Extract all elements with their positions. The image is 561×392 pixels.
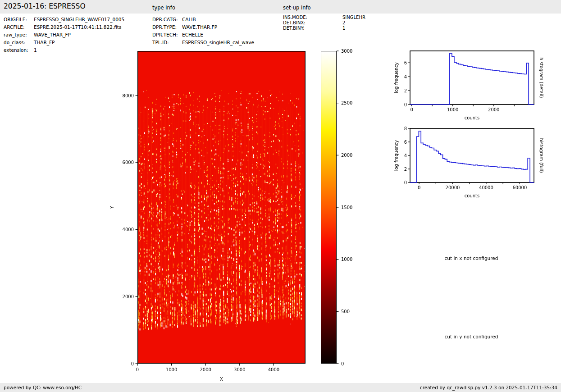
colorbar-tick-label: 3000 (341, 49, 352, 54)
meta-row: DPR.TECH: ECHELLE (152, 31, 254, 39)
meta-row: DET.BINX: 2 (283, 20, 365, 26)
meta-row: ORIGFILE: ESPRESSO_SINGLEHR_WAVE017_0005 (4, 16, 124, 23)
x-tick-label: 2000 (488, 107, 499, 112)
x-tick-label: 20000 (446, 185, 460, 190)
qc-report-page: 2025-01-16: ESPRESSO type info set-up in… (0, 0, 561, 392)
meta-label: ARCFILE: (4, 23, 34, 31)
colorbar-tick-label: 1000 (341, 257, 352, 262)
x-tick-label: 4000 (268, 367, 279, 372)
type-info-heading: type info (152, 5, 175, 11)
meta-row: DET.BINY: 1 (283, 26, 365, 31)
meta-label: DPR.TECH: (152, 31, 182, 39)
meta-label: DET.BINY: (283, 26, 342, 31)
x-tick-label: 0 (136, 367, 139, 372)
x-tick-label: 3000 (234, 367, 245, 372)
x-axis-label: counts (465, 115, 479, 120)
y-tick-label: 6000 (123, 160, 134, 165)
cut-y-message: cut in y not configured (413, 334, 530, 339)
y-axis-label: log frequency (394, 140, 399, 171)
meta-label: DPR.CATG: (152, 16, 182, 23)
histogram-line (410, 131, 534, 182)
file-info-block: ORIGFILE: ESPRESSO_SINGLEHR_WAVE017_0005… (4, 16, 124, 54)
y-tick-label: 0 (404, 102, 407, 107)
x-tick-label: 40000 (479, 185, 493, 190)
colorbar-tick-label: 2000 (341, 153, 352, 158)
y-tick-label: 0 (404, 180, 407, 185)
meta-value: 1 (342, 26, 345, 31)
x-axis-label: counts (465, 193, 479, 198)
meta-value: ESPRESSO_SINGLEHR_WAVE017_0005 (34, 16, 124, 23)
x-tick-label: 1000 (447, 107, 458, 112)
histogram-frame (410, 128, 534, 182)
colorbar-tick-label: 1500 (341, 205, 352, 210)
y-tick-label: 4000 (123, 227, 134, 232)
meta-row: TPL.ID: ESPRESSO_singleHR_cal_wave (152, 39, 254, 46)
meta-label: ORIGFILE: (4, 16, 34, 23)
meta-label: DET.BINX: (283, 20, 342, 26)
meta-value: ESPRESSO_singleHR_cal_wave (182, 39, 254, 46)
meta-value: 2 (342, 20, 345, 26)
y-tick-label: 4 (404, 74, 407, 79)
raw-image-heatmap (137, 51, 306, 364)
meta-value: SINGLEHR (342, 15, 365, 20)
y-tick-label: 2 (404, 88, 407, 93)
histogram-frame (410, 51, 534, 105)
colorbar-tick-label: 500 (341, 309, 350, 314)
y-tick-label: 4 (404, 153, 407, 158)
type-info-block: DPR.CATG: CALIB DPR.TYPE: WAVE,THAR,FP D… (152, 16, 254, 46)
histogram-line (410, 53, 534, 105)
x-tick-label: 60000 (512, 185, 527, 190)
meta-label: DPR.TYPE: (152, 23, 182, 31)
meta-row: do_class: THAR_FP (4, 39, 124, 46)
setup-info-heading: set-up info (283, 5, 311, 11)
meta-value: 1 (34, 46, 37, 54)
y-tick-label: 6 (404, 140, 407, 145)
colorbar-tick-label: 2500 (341, 100, 352, 105)
meta-row: extension: 1 (4, 46, 124, 54)
colorbar-tick-label: 0 (341, 361, 344, 366)
meta-label: raw_type: (4, 31, 34, 39)
x-tick-label: 2000 (200, 367, 211, 372)
histogram-side-label: histogram (detail) (539, 58, 544, 98)
meta-row: DPR.TYPE: WAVE,THAR,FP (152, 23, 254, 31)
meta-value: ESPRE.2025-01-17T10:41:11.822.fits (34, 23, 121, 31)
y-tick-label: 8000 (123, 93, 134, 98)
meta-value: THAR_FP (34, 39, 55, 46)
setup-info-block: INS.MODE: SINGLEHR DET.BINX: 2 DET.BINY:… (283, 15, 365, 31)
meta-value: WAVE_THAR_FP (34, 31, 71, 39)
meta-row: DPR.CATG: CALIB (152, 16, 254, 23)
meta-label: TPL.ID: (152, 39, 182, 46)
meta-value: WAVE,THAR,FP (182, 23, 217, 31)
colorbar-gradient (321, 51, 337, 364)
meta-value: CALIB (182, 16, 196, 23)
footer-bar: powered by QC: www.eso.org/HC created by… (0, 383, 561, 392)
meta-value: ECHELLE (182, 31, 203, 39)
meta-row: ARCFILE: ESPRE.2025-01-17T10:41:11.822.f… (4, 23, 124, 31)
y-tick-label: 6 (404, 60, 407, 65)
meta-label: extension: (4, 46, 34, 54)
footer-created-by: created by qc_rawdisp.py v1.2.3 on 2025-… (420, 383, 557, 392)
y-tick-label: 0 (131, 361, 134, 366)
y-tick-label: 2 (404, 167, 407, 172)
x-tick-label: 1000 (166, 367, 177, 372)
footer-powered-by: powered by QC: www.eso.org/HC (4, 383, 82, 392)
y-tick-label: 8 (404, 126, 407, 131)
y-axis-label: log frequency (394, 62, 399, 93)
meta-row: INS.MODE: SINGLEHR (283, 15, 365, 20)
x-tick-label: 0 (410, 107, 413, 112)
page-title: 2025-01-16: ESPRESSO (4, 2, 86, 10)
cut-x-message: cut in x not configured (413, 255, 530, 261)
meta-row: raw_type: WAVE_THAR_FP (4, 31, 124, 39)
x-tick-label: 0 (418, 185, 420, 190)
y-axis-label: Y (109, 205, 114, 209)
meta-label: do_class: (4, 39, 34, 46)
histogram-side-label: histogram (full) (539, 138, 544, 173)
header-bar: 2025-01-16: ESPRESSO type info set-up in… (0, 0, 561, 14)
y-tick-label: 2000 (123, 294, 134, 299)
meta-label: INS.MODE: (283, 15, 342, 20)
x-axis-label: X (220, 377, 223, 382)
